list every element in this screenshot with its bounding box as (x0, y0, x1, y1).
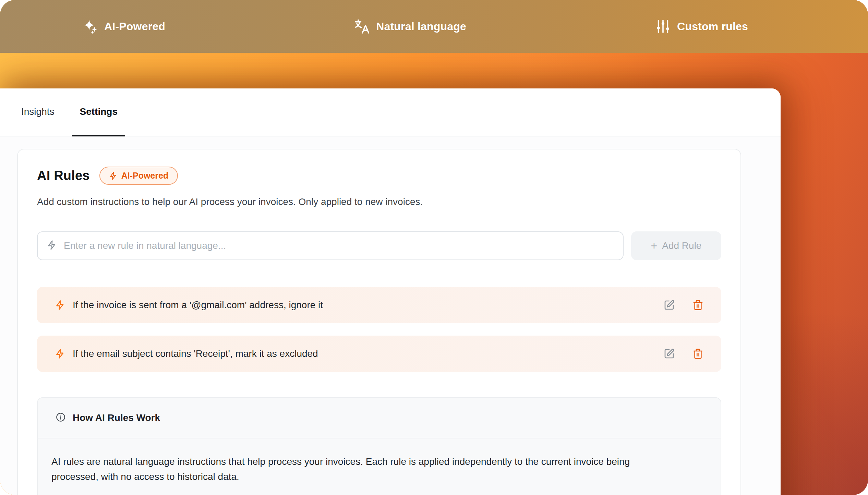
ai-rules-description: Add custom instructions to help our AI p… (37, 196, 721, 207)
sparkles-icon (82, 19, 98, 34)
banner-item-custom-rules: Custom rules (655, 19, 748, 34)
banner-label: AI-Powered (104, 20, 165, 33)
ai-rules-heading-row: AI Rules AI-Powered (37, 167, 721, 185)
info-box-body: AI rules are natural language instructio… (38, 438, 689, 495)
how-ai-rules-work-box: How AI Rules Work AI rules are natural l… (37, 397, 721, 495)
info-box-title: How AI Rules Work (73, 412, 160, 423)
edit-icon (664, 300, 675, 311)
rule-row: If the invoice is sent from a '@gmail.co… (37, 287, 721, 323)
trash-icon (692, 300, 703, 311)
rule-actions (662, 298, 705, 312)
rule-actions (662, 347, 705, 361)
add-rule-label: Add Rule (662, 240, 701, 251)
rule-input-row: + Add Rule (37, 231, 721, 260)
sliders-icon (655, 19, 671, 34)
trash-icon (692, 348, 703, 359)
new-rule-input[interactable] (64, 240, 614, 251)
zap-icon (55, 349, 65, 359)
rule-text: If the invoice is sent from a '@gmail.co… (73, 300, 655, 311)
zap-icon (55, 300, 65, 310)
tab-settings[interactable]: Settings (72, 88, 125, 136)
tab-insights[interactable]: Insights (14, 88, 62, 136)
zap-icon (47, 240, 57, 252)
banner-item-natural-language: Natural language (354, 19, 466, 34)
badge-label: AI-Powered (121, 171, 169, 181)
info-icon (56, 412, 66, 424)
page-title: AI Rules (37, 168, 90, 183)
ai-rules-card: AI Rules AI-Powered Add custom instructi… (17, 149, 741, 495)
banner-label: Custom rules (677, 20, 748, 33)
rules-list: If the invoice is sent from a '@gmail.co… (37, 287, 721, 372)
rule-input-wrap (37, 231, 624, 260)
edit-rule-button[interactable] (662, 298, 676, 312)
banner-item-ai-powered: AI-Powered (82, 19, 165, 34)
banner-label: Natural language (376, 20, 466, 33)
tab-bar: Insights Settings (0, 88, 781, 136)
zap-icon (109, 172, 117, 180)
add-rule-button[interactable]: + Add Rule (631, 231, 721, 260)
ai-powered-badge: AI-Powered (99, 167, 178, 185)
rule-row: If the email subject contains 'Receipt',… (37, 336, 721, 372)
delete-rule-button[interactable] (691, 298, 705, 312)
plus-icon: + (651, 240, 658, 251)
rule-text: If the email subject contains 'Receipt',… (73, 348, 655, 359)
screenshot-root: AI-Powered Natural language (0, 0, 868, 495)
feature-banner: AI-Powered Natural language (0, 0, 868, 53)
info-box-header: How AI Rules Work (38, 398, 721, 438)
app-window: Insights Settings AI Rules AI-Powered Ad… (0, 88, 781, 495)
delete-rule-button[interactable] (691, 347, 705, 361)
edit-icon (664, 348, 675, 359)
edit-rule-button[interactable] (662, 347, 676, 361)
translate-icon (354, 19, 370, 34)
